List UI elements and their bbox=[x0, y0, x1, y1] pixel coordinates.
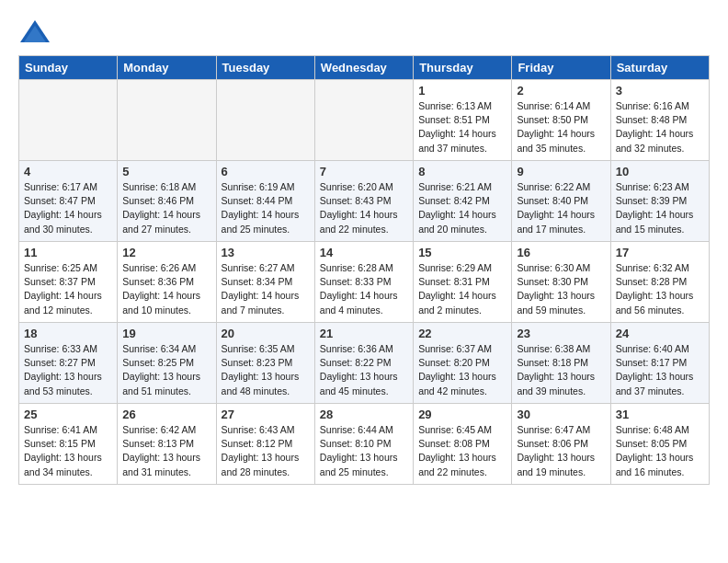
calendar-cell: 14Sunrise: 6:28 AM Sunset: 8:33 PM Dayli… bbox=[314, 242, 413, 323]
day-info: Sunrise: 6:36 AM Sunset: 8:22 PM Dayligh… bbox=[320, 342, 408, 398]
day-number: 27 bbox=[222, 408, 310, 421]
day-info: Sunrise: 6:42 AM Sunset: 8:13 PM Dayligh… bbox=[122, 423, 210, 479]
day-number: 12 bbox=[122, 246, 210, 259]
calendar-cell: 17Sunrise: 6:32 AM Sunset: 8:28 PM Dayli… bbox=[610, 242, 709, 323]
day-number: 17 bbox=[616, 246, 704, 259]
calendar-cell: 6Sunrise: 6:19 AM Sunset: 8:44 PM Daylig… bbox=[216, 161, 314, 242]
day-info: Sunrise: 6:16 AM Sunset: 8:48 PM Dayligh… bbox=[616, 99, 704, 155]
calendar-table: SundayMondayTuesdayWednesdayThursdayFrid… bbox=[18, 55, 710, 485]
day-info: Sunrise: 6:35 AM Sunset: 8:23 PM Dayligh… bbox=[222, 342, 310, 398]
calendar-cell: 5Sunrise: 6:18 AM Sunset: 8:46 PM Daylig… bbox=[118, 161, 216, 242]
calendar-cell: 24Sunrise: 6:40 AM Sunset: 8:17 PM Dayli… bbox=[610, 323, 709, 404]
day-number: 11 bbox=[24, 246, 112, 259]
weekday-header: Sunday bbox=[19, 56, 118, 80]
day-info: Sunrise: 6:32 AM Sunset: 8:28 PM Dayligh… bbox=[616, 261, 704, 317]
weekday-header: Wednesday bbox=[314, 56, 413, 80]
day-number: 9 bbox=[517, 165, 605, 178]
day-number: 22 bbox=[418, 327, 506, 340]
day-number: 18 bbox=[24, 327, 112, 340]
calendar-cell: 7Sunrise: 6:20 AM Sunset: 8:43 PM Daylig… bbox=[314, 161, 413, 242]
weekday-header: Thursday bbox=[414, 56, 512, 80]
day-number: 20 bbox=[222, 327, 310, 340]
calendar-cell: 4Sunrise: 6:17 AM Sunset: 8:47 PM Daylig… bbox=[19, 161, 118, 242]
day-number: 8 bbox=[418, 165, 506, 178]
day-number: 16 bbox=[517, 246, 605, 259]
day-number: 1 bbox=[418, 84, 506, 98]
calendar-cell: 8Sunrise: 6:21 AM Sunset: 8:42 PM Daylig… bbox=[414, 161, 512, 242]
calendar-cell: 13Sunrise: 6:27 AM Sunset: 8:34 PM Dayli… bbox=[216, 242, 314, 323]
page-header bbox=[18, 18, 710, 46]
calendar-cell: 19Sunrise: 6:34 AM Sunset: 8:25 PM Dayli… bbox=[118, 323, 216, 404]
calendar-cell: 20Sunrise: 6:35 AM Sunset: 8:23 PM Dayli… bbox=[216, 323, 314, 404]
day-number: 24 bbox=[616, 327, 704, 340]
day-number: 31 bbox=[616, 408, 704, 421]
day-info: Sunrise: 6:14 AM Sunset: 8:50 PM Dayligh… bbox=[517, 99, 605, 155]
calendar-cell bbox=[118, 80, 216, 161]
weekday-header: Friday bbox=[512, 56, 610, 80]
calendar-cell: 11Sunrise: 6:25 AM Sunset: 8:37 PM Dayli… bbox=[19, 242, 118, 323]
day-info: Sunrise: 6:47 AM Sunset: 8:06 PM Dayligh… bbox=[517, 423, 605, 479]
day-info: Sunrise: 6:25 AM Sunset: 8:37 PM Dayligh… bbox=[24, 261, 112, 317]
day-info: Sunrise: 6:37 AM Sunset: 8:20 PM Dayligh… bbox=[418, 342, 506, 398]
calendar-cell: 15Sunrise: 6:29 AM Sunset: 8:31 PM Dayli… bbox=[414, 242, 512, 323]
day-info: Sunrise: 6:27 AM Sunset: 8:34 PM Dayligh… bbox=[222, 261, 310, 317]
day-info: Sunrise: 6:29 AM Sunset: 8:31 PM Dayligh… bbox=[418, 261, 506, 317]
day-number: 6 bbox=[222, 165, 310, 178]
calendar-cell: 25Sunrise: 6:41 AM Sunset: 8:15 PM Dayli… bbox=[19, 404, 118, 485]
calendar-cell: 27Sunrise: 6:43 AM Sunset: 8:12 PM Dayli… bbox=[216, 404, 314, 485]
day-info: Sunrise: 6:19 AM Sunset: 8:44 PM Dayligh… bbox=[222, 180, 310, 236]
day-info: Sunrise: 6:17 AM Sunset: 8:47 PM Dayligh… bbox=[24, 180, 112, 236]
calendar-cell: 10Sunrise: 6:23 AM Sunset: 8:39 PM Dayli… bbox=[610, 161, 709, 242]
calendar-cell: 9Sunrise: 6:22 AM Sunset: 8:40 PM Daylig… bbox=[512, 161, 610, 242]
calendar-cell: 1Sunrise: 6:13 AM Sunset: 8:51 PM Daylig… bbox=[414, 80, 512, 161]
weekday-header: Tuesday bbox=[216, 56, 314, 80]
calendar-cell: 16Sunrise: 6:30 AM Sunset: 8:30 PM Dayli… bbox=[512, 242, 610, 323]
day-info: Sunrise: 6:43 AM Sunset: 8:12 PM Dayligh… bbox=[222, 423, 310, 479]
calendar-week-row: 18Sunrise: 6:33 AM Sunset: 8:27 PM Dayli… bbox=[19, 323, 710, 404]
day-info: Sunrise: 6:18 AM Sunset: 8:46 PM Dayligh… bbox=[122, 180, 210, 236]
calendar-week-row: 25Sunrise: 6:41 AM Sunset: 8:15 PM Dayli… bbox=[19, 404, 710, 485]
calendar-header-row: SundayMondayTuesdayWednesdayThursdayFrid… bbox=[19, 56, 710, 80]
calendar-cell: 12Sunrise: 6:26 AM Sunset: 8:36 PM Dayli… bbox=[118, 242, 216, 323]
calendar-cell: 18Sunrise: 6:33 AM Sunset: 8:27 PM Dayli… bbox=[19, 323, 118, 404]
day-number: 13 bbox=[222, 246, 310, 259]
day-info: Sunrise: 6:34 AM Sunset: 8:25 PM Dayligh… bbox=[122, 342, 210, 398]
calendar-cell: 3Sunrise: 6:16 AM Sunset: 8:48 PM Daylig… bbox=[610, 80, 709, 161]
logo-icon bbox=[18, 18, 51, 46]
day-number: 19 bbox=[122, 327, 210, 340]
day-info: Sunrise: 6:30 AM Sunset: 8:30 PM Dayligh… bbox=[517, 261, 605, 317]
day-info: Sunrise: 6:45 AM Sunset: 8:08 PM Dayligh… bbox=[418, 423, 506, 479]
calendar-week-row: 4Sunrise: 6:17 AM Sunset: 8:47 PM Daylig… bbox=[19, 161, 710, 242]
calendar-cell: 21Sunrise: 6:36 AM Sunset: 8:22 PM Dayli… bbox=[314, 323, 413, 404]
day-info: Sunrise: 6:20 AM Sunset: 8:43 PM Dayligh… bbox=[320, 180, 408, 236]
calendar-cell bbox=[314, 80, 413, 161]
calendar-cell bbox=[216, 80, 314, 161]
day-number: 7 bbox=[320, 165, 408, 178]
day-number: 14 bbox=[320, 246, 408, 259]
calendar-week-row: 1Sunrise: 6:13 AM Sunset: 8:51 PM Daylig… bbox=[19, 80, 710, 161]
day-info: Sunrise: 6:26 AM Sunset: 8:36 PM Dayligh… bbox=[122, 261, 210, 317]
weekday-header: Saturday bbox=[610, 56, 709, 80]
calendar-cell: 22Sunrise: 6:37 AM Sunset: 8:20 PM Dayli… bbox=[414, 323, 512, 404]
day-info: Sunrise: 6:33 AM Sunset: 8:27 PM Dayligh… bbox=[24, 342, 112, 398]
day-info: Sunrise: 6:41 AM Sunset: 8:15 PM Dayligh… bbox=[24, 423, 112, 479]
calendar-week-row: 11Sunrise: 6:25 AM Sunset: 8:37 PM Dayli… bbox=[19, 242, 710, 323]
day-number: 15 bbox=[418, 246, 506, 259]
day-number: 25 bbox=[24, 408, 112, 421]
weekday-header: Monday bbox=[118, 56, 216, 80]
day-info: Sunrise: 6:40 AM Sunset: 8:17 PM Dayligh… bbox=[616, 342, 704, 398]
day-number: 23 bbox=[517, 327, 605, 340]
calendar-cell: 31Sunrise: 6:48 AM Sunset: 8:05 PM Dayli… bbox=[610, 404, 709, 485]
day-number: 5 bbox=[122, 165, 210, 178]
day-number: 28 bbox=[320, 408, 408, 421]
calendar-cell: 2Sunrise: 6:14 AM Sunset: 8:50 PM Daylig… bbox=[512, 80, 610, 161]
calendar-cell: 23Sunrise: 6:38 AM Sunset: 8:18 PM Dayli… bbox=[512, 323, 610, 404]
day-info: Sunrise: 6:22 AM Sunset: 8:40 PM Dayligh… bbox=[517, 180, 605, 236]
day-number: 10 bbox=[616, 165, 704, 178]
day-info: Sunrise: 6:21 AM Sunset: 8:42 PM Dayligh… bbox=[418, 180, 506, 236]
day-info: Sunrise: 6:38 AM Sunset: 8:18 PM Dayligh… bbox=[517, 342, 605, 398]
day-number: 29 bbox=[418, 408, 506, 421]
day-number: 21 bbox=[320, 327, 408, 340]
calendar-cell bbox=[19, 80, 118, 161]
day-number: 4 bbox=[24, 165, 112, 178]
